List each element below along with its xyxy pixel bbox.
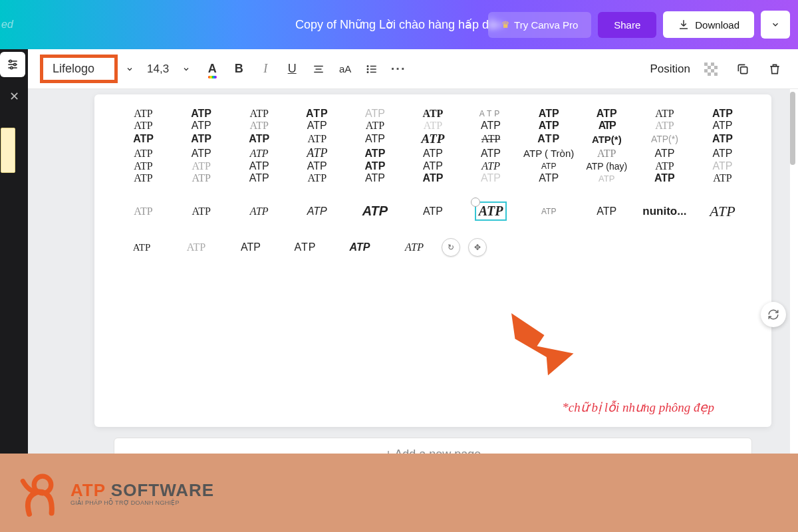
font-sample[interactable]: ATP <box>346 172 404 184</box>
design-canvas[interactable]: ATPATPATPATPATPATPATPATPATPATPATPATPATPA… <box>94 94 771 427</box>
duplicate-button[interactable] <box>732 58 754 80</box>
font-sample[interactable]: ATP <box>346 148 404 160</box>
font-sample[interactable]: ATP <box>169 241 223 253</box>
download-button[interactable]: Download <box>663 11 754 38</box>
font-sample[interactable]: ATP <box>114 148 172 160</box>
font-sample[interactable]: ATP(*) <box>636 134 694 144</box>
italic-button[interactable]: I <box>254 58 277 80</box>
font-sample[interactable]: ATP <box>346 120 404 132</box>
font-sample[interactable]: ATP <box>230 148 288 160</box>
font-sample[interactable]: ATP <box>578 205 636 217</box>
font-sample[interactable]: ATP <box>114 133 172 145</box>
share-button[interactable]: Share <box>598 12 656 38</box>
font-sample[interactable]: ATP <box>346 203 404 219</box>
font-sample[interactable]: ATP <box>288 133 346 145</box>
position-button[interactable]: Position <box>650 63 690 76</box>
font-sample[interactable]: ATP <box>114 160 172 172</box>
font-sample[interactable]: ATP <box>114 205 172 217</box>
font-sample[interactable]: ATP <box>172 108 230 120</box>
font-sample[interactable]: ATP <box>462 120 520 132</box>
font-size-dropdown[interactable] <box>176 65 197 73</box>
close-panel-button[interactable]: ✕ <box>9 89 19 104</box>
font-sample[interactable]: ATP <box>346 160 404 172</box>
font-sample[interactable]: ATP <box>520 108 578 120</box>
font-sample[interactable]: ATP <box>172 205 230 217</box>
font-sample[interactable]: ATP <box>694 172 751 184</box>
font-sample[interactable]: ATP <box>172 160 230 172</box>
font-sample[interactable]: ATP <box>346 108 404 120</box>
font-sample[interactable]: ATP <box>172 172 230 184</box>
font-sample[interactable]: ATP <box>462 109 520 118</box>
font-sample[interactable]: ATP <box>172 133 230 145</box>
refresh-button[interactable] <box>761 302 786 327</box>
font-sample[interactable]: ATP <box>694 148 751 160</box>
font-sample[interactable]: ATP <box>346 133 404 145</box>
font-sample[interactable]: ATP <box>114 172 172 184</box>
font-sample[interactable]: ATP <box>404 148 462 160</box>
font-sample[interactable]: ATP <box>636 120 694 132</box>
font-sample[interactable]: ATP <box>578 174 636 184</box>
font-sample[interactable]: ATP <box>578 148 636 160</box>
font-sample[interactable]: ATP <box>520 133 578 145</box>
font-sample[interactable]: ATP <box>288 172 346 184</box>
font-sample[interactable]: ATP <box>172 148 230 160</box>
font-sample[interactable]: ATP <box>230 108 288 120</box>
font-sample[interactable]: ATP <box>223 241 278 253</box>
font-sample[interactable]: ATP ( Tròn) <box>520 148 578 159</box>
font-sample[interactable]: ATP <box>578 108 636 120</box>
font-sample[interactable]: ATP <box>636 172 694 184</box>
font-sample[interactable]: ATP <box>636 148 694 160</box>
font-sample-selected[interactable]: ATP <box>462 201 520 221</box>
font-sample[interactable]: ATP <box>230 160 288 172</box>
font-sample[interactable]: ATP <box>230 120 288 132</box>
font-sample[interactable]: ATP (hay) <box>578 161 636 172</box>
font-sample[interactable]: ATP <box>462 160 520 172</box>
transparency-button[interactable] <box>700 58 722 80</box>
font-sample[interactable]: ATP <box>288 120 346 132</box>
font-sample[interactable]: ATP <box>636 160 694 172</box>
font-sample[interactable]: ATP <box>387 241 442 253</box>
font-sample[interactable]: ATP <box>288 146 346 160</box>
font-sample[interactable]: ATP <box>404 160 462 172</box>
font-sample[interactable]: ATP <box>636 108 694 120</box>
font-sample[interactable]: ATP <box>114 108 172 120</box>
font-sample[interactable]: ATP <box>520 120 578 132</box>
page-thumbnail[interactable] <box>1 128 15 173</box>
move-handle[interactable]: ✥ <box>468 238 487 257</box>
text-color-button[interactable]: A <box>201 58 223 80</box>
underline-button[interactable]: U <box>281 58 303 80</box>
font-sample[interactable]: ATP <box>694 120 751 132</box>
font-sample[interactable]: ATP <box>332 241 387 253</box>
text-case-button[interactable]: aA <box>334 58 356 80</box>
font-sample[interactable]: ATP <box>404 108 462 120</box>
font-sample[interactable]: ATP <box>288 160 346 172</box>
font-sample[interactable]: ATP <box>278 241 332 253</box>
try-pro-button[interactable]: ♛ Try Canva Pro <box>488 12 591 38</box>
font-sample[interactable]: ATP <box>520 207 578 216</box>
font-sample[interactable]: ATP <box>462 172 520 184</box>
list-button[interactable] <box>360 58 383 80</box>
font-sample[interactable]: ATP <box>578 120 636 132</box>
font-sample[interactable]: ATP <box>230 133 288 145</box>
adjustments-button[interactable] <box>0 52 25 77</box>
font-sample[interactable]: ATP <box>462 148 520 160</box>
scrollbar-thumb[interactable] <box>790 92 795 165</box>
font-sample[interactable]: ATP <box>288 205 346 217</box>
vertical-scrollbar[interactable] <box>790 89 797 395</box>
font-family-dropdown[interactable] <box>119 65 140 73</box>
font-sample[interactable]: ATP <box>230 205 288 217</box>
font-sample[interactable]: ATP <box>114 242 169 253</box>
font-sample[interactable]: ATP <box>462 133 520 145</box>
font-sample[interactable]: ATP <box>288 108 346 120</box>
font-sample[interactable]: ATP <box>694 108 751 120</box>
font-sample[interactable]: ATP <box>404 120 462 132</box>
font-family-selector[interactable]: Lifelogo <box>40 55 118 83</box>
document-title[interactable]: Copy of Những Lời chào hàng hấp dẫn <box>295 17 503 32</box>
font-sample[interactable]: ATP <box>404 132 462 146</box>
alignment-button[interactable] <box>307 58 330 80</box>
font-size-value[interactable]: 14,3 <box>144 63 172 76</box>
font-sample[interactable]: ATP <box>520 172 578 184</box>
more-options-button[interactable]: ··· <box>387 58 410 80</box>
font-sample[interactable]: ATP <box>520 162 578 171</box>
download-options-button[interactable] <box>761 11 790 39</box>
